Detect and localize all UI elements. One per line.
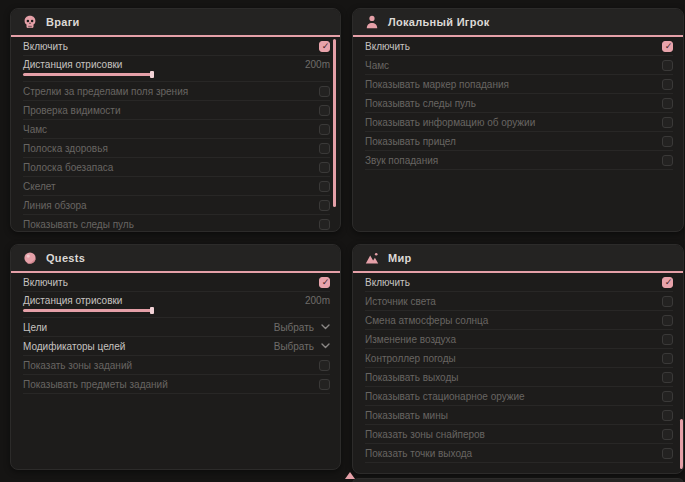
row-slider: Дистанция отрисовки200m [23, 292, 330, 318]
checkbox[interactable] [662, 429, 673, 440]
person-icon [365, 15, 379, 29]
checkbox[interactable] [662, 372, 673, 383]
check-icon: ✓ [663, 41, 674, 52]
row-label: Показывать стационарное оружие [365, 391, 525, 402]
checkbox[interactable]: ✓ [319, 277, 330, 288]
checkbox[interactable] [662, 117, 673, 128]
slider-thumb[interactable] [150, 307, 154, 314]
slider-track[interactable] [23, 73, 153, 76]
row-checkbox: Звук попадания [365, 151, 673, 170]
select-control[interactable]: Выбрать [274, 341, 330, 352]
panel-world-title: Мир [388, 252, 412, 264]
row-slider: Дистанция отрисовки200m [23, 56, 330, 82]
row-checkbox: Показать зоны заданий [23, 356, 330, 375]
row-label: Стрелки за пределами поля зрения [23, 86, 188, 97]
panel-enemies-title: Враги [46, 16, 80, 28]
row-checkbox: Изменение воздуха [365, 330, 673, 349]
checkbox[interactable] [319, 379, 330, 390]
row-label: Показывать следы пуль [23, 219, 134, 230]
row-label: Показывать прицел [365, 136, 456, 147]
row-label: Показать точки выхода [365, 448, 472, 459]
checkbox[interactable] [662, 136, 673, 147]
row-checkbox: Включить✓ [23, 273, 330, 292]
slider-thumb[interactable] [150, 71, 154, 78]
chevron-down-icon [321, 324, 330, 330]
row-label: Контроллер погоды [365, 353, 456, 364]
checkbox[interactable] [662, 410, 673, 421]
checkbox[interactable] [662, 353, 673, 364]
row-label: Полоска боезапаса [23, 162, 113, 173]
row-label: Дистанция отрисовки [23, 295, 122, 306]
row-label: Показывать следы пуль [365, 98, 476, 109]
panel-local-player-header[interactable]: Локальный Игрок [353, 9, 683, 37]
slider-track[interactable] [23, 309, 153, 312]
row-checkbox: Показывать стационарное оружие [365, 387, 673, 406]
checkbox[interactable]: ✓ [662, 277, 673, 288]
checkbox[interactable] [319, 360, 330, 371]
world-scrollbar[interactable] [680, 419, 683, 469]
row-label: Изменение воздуха [365, 334, 456, 345]
panel-enemies: Враги Включить✓Дистанция отрисовки200mСт… [10, 8, 341, 232]
enemies-scrollbar[interactable] [333, 39, 336, 207]
slider-value: 200m [305, 59, 330, 70]
row-label: Показать зоны снайперов [365, 429, 485, 440]
checkbox[interactable] [662, 315, 673, 326]
panel-quests-body: Включить✓Дистанция отрисовки200mЦелиВыбр… [11, 273, 340, 394]
check-icon: ✓ [663, 277, 674, 288]
mountains-icon [365, 251, 379, 265]
checkbox[interactable] [662, 79, 673, 90]
panel-quests: Quests Включить✓Дистанция отрисовки200mЦ… [10, 244, 341, 470]
row-label: Включить [23, 277, 68, 288]
checkbox[interactable] [319, 86, 330, 97]
row-checkbox: Линия обзора [23, 196, 330, 215]
checkbox[interactable] [662, 391, 673, 402]
row-label: Показывать предметы заданий [23, 379, 168, 390]
select-control[interactable]: Выбрать [274, 322, 330, 333]
row-label: Чамс [365, 60, 389, 71]
panel-local-player-body: Включить✓ЧамсПоказывать маркер попадания… [353, 37, 683, 170]
row-label: Дистанция отрисовки [23, 59, 122, 70]
checkbox[interactable] [319, 181, 330, 192]
panel-world-body: Включить✓Источник светаСмена атмосферы с… [353, 273, 683, 463]
row-checkbox: Полоска боезапаса [23, 158, 330, 177]
checkbox[interactable] [319, 143, 330, 154]
checkbox[interactable] [662, 296, 673, 307]
row-checkbox: Включить✓ [23, 37, 330, 56]
row-checkbox: Чамс [365, 56, 673, 75]
row-checkbox: Показать зоны снайперов [365, 425, 673, 444]
row-label: Показывать информацию об оружии [365, 117, 535, 128]
row-checkbox: Полоска здоровья [23, 139, 330, 158]
panel-enemies-header[interactable]: Враги [11, 9, 340, 37]
row-checkbox: Показывать предметы заданий [23, 375, 330, 394]
row-checkbox: Показывать маркер попадания [365, 75, 673, 94]
panel-quests-header[interactable]: Quests [11, 245, 340, 273]
row-select: ЦелиВыбрать [23, 318, 330, 337]
checkbox[interactable] [319, 162, 330, 173]
row-checkbox: Смена атмосферы солнца [365, 311, 673, 330]
row-checkbox: Показывать следы пуль [23, 215, 330, 232]
checkbox[interactable]: ✓ [662, 41, 673, 52]
row-label: Включить [23, 41, 68, 52]
row-label: Скелет [23, 181, 56, 192]
row-label: Источник света [365, 296, 436, 307]
checkbox[interactable] [662, 60, 673, 71]
scroll-more-indicator[interactable] [345, 472, 355, 479]
row-checkbox: Показать точки выхода [365, 444, 673, 463]
checkbox[interactable] [662, 98, 673, 109]
checkbox[interactable] [319, 124, 330, 135]
checkbox[interactable]: ✓ [319, 41, 330, 52]
checkbox[interactable] [662, 155, 673, 166]
row-checkbox: Проверка видимости [23, 101, 330, 120]
checkbox[interactable] [662, 334, 673, 345]
orb-icon [23, 251, 37, 265]
panel-world-header[interactable]: Мир [353, 245, 683, 273]
checkbox[interactable] [319, 200, 330, 211]
checkbox[interactable] [319, 219, 330, 230]
row-checkbox: Показывать мины [365, 406, 673, 425]
checkbox[interactable] [319, 105, 330, 116]
row-select: Модификаторы целейВыбрать [23, 337, 330, 356]
panel-local-player-title: Локальный Игрок [388, 16, 490, 28]
chevron-down-icon [321, 343, 330, 349]
row-checkbox: Показывать выходы [365, 368, 673, 387]
checkbox[interactable] [662, 448, 673, 459]
